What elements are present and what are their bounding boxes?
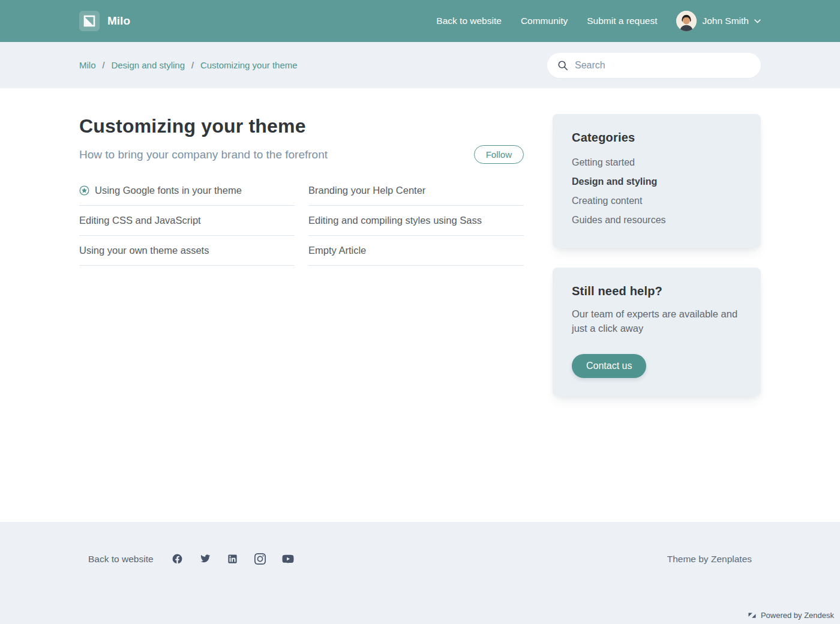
article-link[interactable]: Branding your Help Center [308,176,524,206]
help-title: Still need help? [572,284,742,298]
brand-logo-icon [79,11,100,31]
categories-title: Categories [572,131,742,145]
powered-by-label: Powered by Zendesk [761,611,834,620]
nav-link-back-to-website[interactable]: Back to website [436,16,502,26]
page-subtitle: How to bring your company brand to the f… [79,148,328,161]
article-link[interactable]: Editing and compiling styles using Sass [308,206,524,236]
twitter-icon[interactable] [199,553,211,565]
powered-by[interactable]: Powered by Zendesk [748,611,834,620]
zendesk-logo-icon [748,611,757,620]
social-links [172,553,294,565]
help-card: Still need help? Our team of experts are… [553,268,761,396]
header-nav: Back to websiteCommunitySubmit a request… [436,11,761,31]
help-body: Our team of experts are available and ju… [572,307,742,335]
header: Milo Back to websiteCommunitySubmit a re… [0,0,840,42]
footer-back-link[interactable]: Back to website [88,554,154,565]
breadcrumb-item[interactable]: Milo [79,60,96,70]
facebook-icon[interactable] [172,553,183,565]
article-title: Editing and compiling styles using Sass [308,214,482,227]
article-title: Using your own theme assets [79,244,209,257]
breadcrumb-item[interactable]: Customizing your theme [200,60,298,70]
chevron-down-icon [754,19,761,23]
brand-name: Milo [107,14,130,28]
page-title: Customizing your theme [79,114,524,138]
follow-button[interactable]: Follow [474,145,524,164]
theme-credit: Theme by Zenplates [667,554,752,565]
promoted-star-icon [79,185,89,196]
article-title: Branding your Help Center [308,184,425,197]
main-content: Customizing your theme How to bring your… [0,88,840,522]
user-avatar [676,11,697,31]
youtube-icon[interactable] [282,553,294,565]
search-icon [557,60,568,71]
category-item: Creating content [572,191,742,211]
article-link[interactable]: Using Google fonts in your theme [79,176,295,206]
article-title: Editing CSS and JavaScript [79,214,201,227]
user-name: John Smith [702,16,749,26]
article-title: Empty Article [308,244,366,257]
sidebar: Categories Getting startedDesign and sty… [553,114,761,416]
linkedin-icon[interactable] [227,553,238,565]
breadcrumb: Milo/Design and styling/Customizing your… [79,60,298,70]
footer: Back to website Theme by Zenplates Power… [0,522,840,624]
article-list: Using Google fonts in your themeBranding… [79,176,524,266]
article-link[interactable]: Using your own theme assets [79,236,295,266]
category-item-active: Design and styling [572,172,742,191]
search-bar[interactable] [547,53,761,78]
article-link[interactable]: Empty Article [308,236,524,266]
category-item: Getting started [572,153,742,172]
categories-list: Getting startedDesign and stylingCreatin… [572,153,742,230]
user-menu[interactable]: John Smith [676,11,761,31]
breadcrumb-separator: / [103,61,105,70]
category-link[interactable]: Creating content [572,196,642,206]
search-input[interactable] [575,60,751,71]
article-link[interactable]: Editing CSS and JavaScript [79,206,295,236]
breadcrumb-band: Milo/Design and styling/Customizing your… [0,42,840,88]
nav-link-submit-a-request[interactable]: Submit a request [587,16,657,26]
nav-link-community[interactable]: Community [521,16,568,26]
contact-us-button[interactable]: Contact us [572,354,646,378]
breadcrumb-item[interactable]: Design and styling [111,60,185,70]
categories-card: Categories Getting startedDesign and sty… [553,114,761,248]
category-link[interactable]: Design and styling [572,176,657,187]
article-title: Using Google fonts in your theme [95,184,242,197]
breadcrumb-separator: / [191,61,194,70]
instagram-icon[interactable] [254,553,266,565]
category-link[interactable]: Guides and resources [572,215,666,225]
category-item: Guides and resources [572,211,742,230]
brand[interactable]: Milo [79,11,130,31]
category-link[interactable]: Getting started [572,157,635,167]
